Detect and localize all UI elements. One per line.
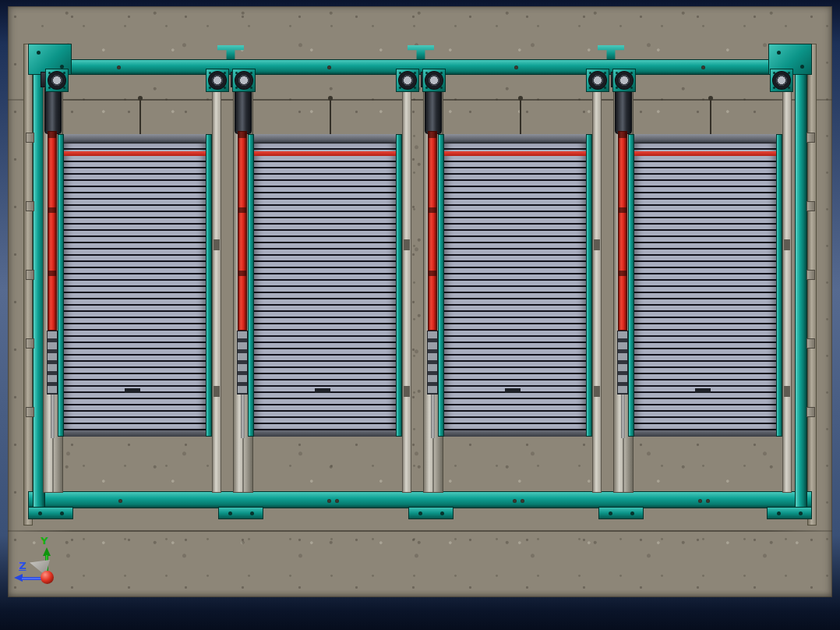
panel-top-rail (64, 134, 206, 143)
post-clip (26, 133, 34, 143)
panel-rail-right (206, 134, 212, 437)
bolt (335, 499, 339, 503)
carriage-mechanism[interactable] (427, 331, 438, 395)
bearing-block[interactable] (45, 69, 69, 92)
side-guide-rail[interactable] (212, 75, 221, 493)
guide-rod (431, 395, 435, 438)
z-axis-label: Z (19, 560, 26, 572)
post-clip (26, 201, 34, 211)
panel-rail-right (586, 134, 592, 437)
post-clip (806, 201, 815, 211)
panel-slats (64, 143, 206, 430)
panel-rail-left (248, 134, 254, 437)
shutter-panel[interactable] (58, 134, 212, 437)
panel-red-slat (634, 151, 776, 156)
side-guide-rail[interactable] (592, 75, 602, 493)
bolt (327, 499, 331, 503)
panel-slats (254, 143, 396, 430)
lift-actuator[interactable] (238, 131, 247, 331)
panel-red-slat (444, 151, 586, 156)
bearing-block[interactable] (206, 69, 229, 92)
panel-bottom-rail (634, 430, 776, 437)
guide-rod (241, 395, 245, 438)
panel-latch (315, 388, 330, 393)
post-clip (806, 270, 815, 280)
drive-motor[interactable] (44, 87, 62, 134)
bolt (117, 65, 121, 69)
cad-3d-viewport[interactable]: Y Z (0, 0, 840, 630)
bearing-block[interactable] (770, 69, 793, 92)
bearing-block[interactable] (396, 69, 419, 92)
mount-pin (139, 100, 141, 134)
post-clip (806, 338, 815, 349)
carriage-mechanism[interactable] (237, 331, 248, 395)
panel-red-slat (254, 151, 396, 156)
panel-bottom-rail (444, 430, 586, 437)
bearing-block[interactable] (422, 69, 446, 92)
panel-bottom-rail (254, 430, 396, 437)
bolt (706, 499, 710, 503)
panel-top-rail (254, 134, 396, 143)
lift-bay-assembly (613, 59, 797, 511)
wall-seam (8, 530, 832, 532)
lift-actuator[interactable] (428, 131, 437, 331)
mount-pin (520, 100, 521, 134)
drive-motor[interactable] (425, 87, 442, 134)
drive-motor[interactable] (615, 87, 632, 134)
panel-latch (505, 388, 521, 393)
panel-latch (695, 388, 711, 393)
side-guide-rail[interactable] (402, 75, 411, 493)
bolt (698, 499, 702, 503)
bolt (514, 65, 518, 69)
bolt (701, 65, 705, 69)
panel-rail-left (58, 134, 64, 437)
post-clip (26, 338, 34, 349)
post-clip (26, 270, 34, 280)
bearing-block[interactable] (612, 69, 636, 92)
bolt (513, 499, 517, 503)
panel-rail-left (438, 134, 444, 437)
panel-rail-left (628, 134, 634, 437)
lift-actuator[interactable] (618, 131, 627, 331)
coordinate-triad: Y Z (12, 538, 84, 593)
edge-column-left[interactable] (23, 44, 33, 526)
bolt (521, 499, 524, 503)
drive-motor[interactable] (235, 87, 252, 134)
panel-slats (444, 143, 586, 430)
bolt (118, 499, 122, 503)
mount-pin (710, 100, 711, 134)
shutter-panel[interactable] (628, 134, 782, 437)
panel-latch (125, 388, 140, 393)
side-guide-rail[interactable] (782, 75, 792, 493)
lift-bay-assembly (423, 59, 607, 511)
lift-bay-assembly (43, 59, 227, 511)
edge-column-right[interactable] (807, 44, 817, 526)
shutter-panel[interactable] (248, 134, 402, 437)
panel-top-rail (634, 134, 776, 143)
panel-red-slat (64, 151, 206, 156)
post-clip (806, 133, 815, 143)
bearing-block[interactable] (586, 69, 609, 92)
guide-rod (621, 395, 625, 438)
panel-top-rail (444, 134, 586, 143)
panel-rail-right (776, 134, 782, 437)
lift-bay-assembly (233, 59, 417, 511)
panel-slats (634, 143, 776, 430)
bearing-block[interactable] (232, 69, 256, 92)
carriage-mechanism[interactable] (47, 331, 58, 395)
post-clip (26, 407, 34, 417)
carriage-mechanism[interactable] (617, 331, 628, 395)
lift-actuator[interactable] (48, 131, 57, 331)
y-axis-label: Y (41, 535, 48, 547)
bolt (327, 65, 331, 69)
mount-pin (330, 100, 331, 134)
guide-rod (51, 395, 55, 438)
origin-sphere-icon (41, 571, 54, 584)
panel-bottom-rail (64, 430, 206, 437)
post-clip (806, 407, 815, 417)
shutter-panel[interactable] (438, 134, 592, 437)
panel-rail-right (396, 134, 402, 437)
